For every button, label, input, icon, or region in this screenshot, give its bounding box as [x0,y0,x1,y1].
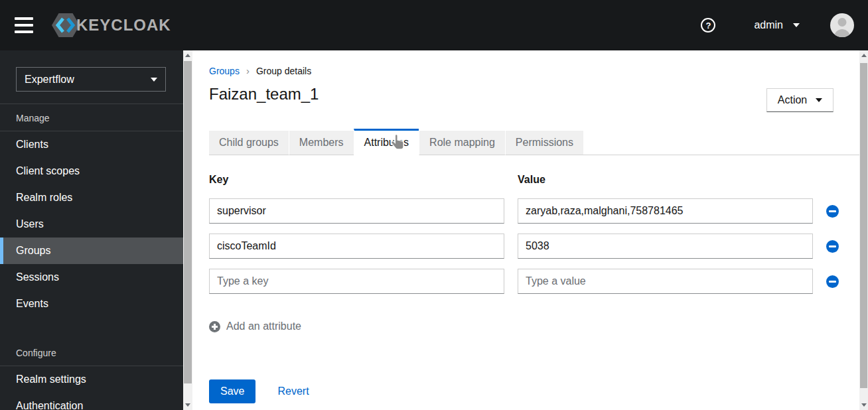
sidebar: Expertflow Manage Clients Client scopes … [0,50,183,410]
form-actions: Save Revert [209,379,845,403]
nav-section-configure: Configure [0,339,183,366]
breadcrumb-separator-icon: › [246,65,250,76]
tab-attributes[interactable]: Attributes [354,129,419,155]
minus-circle-icon [826,240,839,253]
realm-selector[interactable]: Expertflow [16,67,166,92]
add-attribute-button[interactable]: Add an attribute [209,320,301,332]
attribute-value-input-1[interactable] [518,234,813,259]
sidebar-item-groups[interactable]: Groups [0,238,183,264]
action-label: Action [778,94,807,106]
attribute-key-input-0[interactable] [209,198,504,224]
tab-role-mapping[interactable]: Role mapping [419,129,505,155]
add-attribute-label: Add an attribute [226,320,301,332]
attribute-value-input-2[interactable] [518,269,813,294]
nav-list-configure: Realm settings Authentication [0,366,183,410]
main-content: Groups › Group details Faizan_team_1 Act… [192,50,859,410]
app-window: KEYCLOAK ? admin Expertflow Manage Clien… [0,0,868,410]
minus-circle-icon [826,205,839,218]
attribute-key-input-2[interactable] [209,269,504,294]
hamburger-menu-icon[interactable] [15,17,33,33]
scroll-up-icon[interactable] [861,54,867,57]
page-scrollbar-thumb[interactable] [860,63,867,388]
keycloak-logo[interactable]: KEYCLOAK [50,10,171,40]
attribute-row [209,269,845,294]
chevron-down-icon [151,78,157,82]
sidebar-scrollbar[interactable] [183,50,192,410]
breadcrumb-link-groups[interactable]: Groups [209,66,240,76]
key-column-header: Key [209,174,504,186]
help-icon[interactable]: ? [701,18,715,33]
tab-bar: Child groups Members Attributes Role map… [209,129,859,155]
user-menu[interactable]: admin [754,19,800,31]
masthead-right: ? admin [701,13,868,37]
page-title: Faizan_team_1 [209,85,859,103]
scroll-down-icon[interactable] [861,403,867,407]
attribute-key-input-1[interactable] [209,234,504,259]
sidebar-item-events[interactable]: Events [0,291,183,317]
plus-circle-icon [209,321,220,332]
nav-list-manage: Clients Client scopes Realm roles Users … [0,131,183,317]
sidebar-item-realm-settings[interactable]: Realm settings [0,366,183,393]
tab-permissions[interactable]: Permissions [505,129,583,155]
attributes-panel: Key Value [209,174,845,403]
masthead: KEYCLOAK ? admin [0,0,868,50]
remove-attribute-button-1[interactable] [826,234,845,259]
sidebar-item-sessions[interactable]: Sessions [0,264,183,291]
minus-circle-icon [826,275,839,288]
attribute-value-input-0[interactable] [518,198,813,224]
scroll-down-icon[interactable] [185,403,190,407]
chevron-down-icon [793,23,800,27]
value-column-header: Value [518,174,813,186]
tab-child-groups[interactable]: Child groups [209,129,289,155]
sidebar-scrollbar-thumb[interactable] [184,61,192,383]
attribute-row [209,234,845,259]
breadcrumb: Groups › Group details [209,50,859,76]
chevron-down-icon [816,98,822,102]
save-button[interactable]: Save [209,379,255,403]
nav-section-manage: Manage [0,104,183,131]
nav-group-manage: Manage Clients Client scopes Realm roles… [0,104,183,317]
attributes-header-row: Key Value [209,174,845,186]
page-scrollbar[interactable] [859,50,868,410]
remove-attribute-button-0[interactable] [826,198,845,224]
tab-members[interactable]: Members [289,129,354,155]
hamburger-bar [15,24,33,27]
sidebar-item-authentication[interactable]: Authentication [0,393,183,410]
realm-name: Expertflow [25,74,74,86]
remove-attribute-button-2[interactable] [826,269,845,294]
sidebar-item-users[interactable]: Users [0,211,183,238]
nav-group-configure: Configure Realm settings Authentication [0,339,183,410]
sidebar-item-client-scopes[interactable]: Client scopes [0,158,183,184]
action-dropdown-button[interactable]: Action [766,88,833,112]
help-glyph: ? [705,21,711,31]
sidebar-item-realm-roles[interactable]: Realm roles [0,184,183,211]
avatar[interactable] [830,13,854,37]
user-name: admin [754,19,783,31]
revert-link[interactable]: Revert [277,385,309,397]
attribute-row [209,198,845,224]
hamburger-bar [15,31,33,33]
sidebar-item-clients[interactable]: Clients [0,131,183,158]
keycloak-logo-text: KEYCLOAK [76,16,171,34]
scroll-up-icon[interactable] [185,54,190,57]
hamburger-bar [15,17,33,20]
breadcrumb-current: Group details [256,66,311,76]
